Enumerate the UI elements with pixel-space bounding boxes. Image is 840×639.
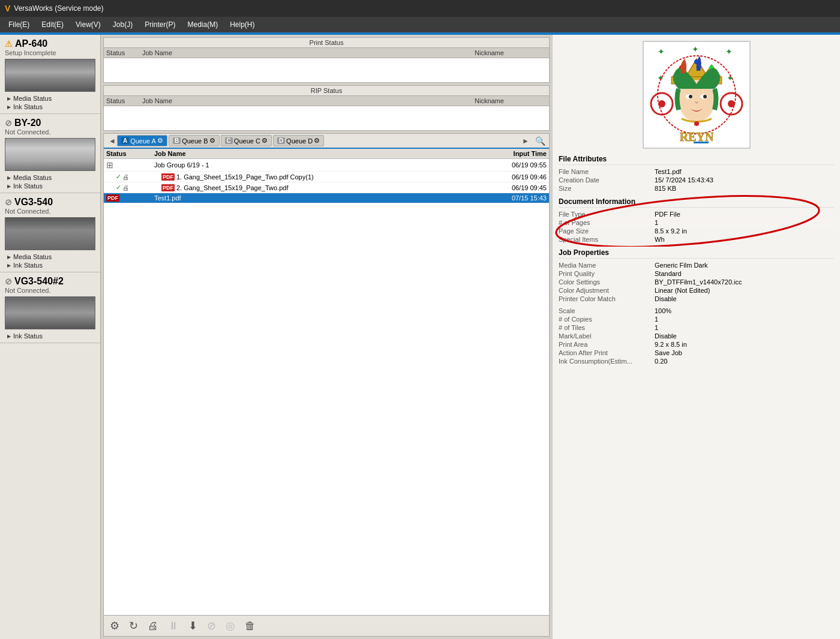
refresh-button[interactable]: ↻: [127, 618, 140, 634]
queue-tab-c[interactable]: C Queue C ⚙: [221, 135, 272, 146]
print-col-nickname: Nickname: [475, 49, 547, 56]
vg3540-ink-status-link[interactable]: ▶ Ink Status: [5, 261, 95, 269]
table-row[interactable]: ✓ 🖨 PDF 2. Gang_Sheet_15x19_Page_Two.pdf…: [104, 182, 549, 193]
pdf-icon: PDF: [106, 194, 119, 202]
stop-button[interactable]: ⊘: [205, 618, 218, 634]
vg3540-media-status-link[interactable]: ▶ Media Status: [5, 253, 95, 261]
action-after-print-value: Save Job: [655, 349, 682, 356]
menu-help[interactable]: Help(H): [224, 19, 260, 30]
job-time-1: 06/19 09:46: [481, 173, 547, 181]
printer-vg3540-status: Not Connected.: [5, 208, 95, 215]
pdf-icon: PDF: [161, 173, 175, 181]
document-info-section: Document Information File Type PDF File …: [559, 197, 834, 244]
menu-file[interactable]: File(E): [2, 19, 35, 30]
search-icon[interactable]: 🔍: [535, 136, 545, 146]
pages-label: # of Pages: [559, 219, 655, 226]
queue-prev-arrow[interactable]: ◄: [107, 137, 117, 145]
table-row[interactable]: ⊞ Job Group 6/19 - 1 06/19 09:55: [104, 159, 549, 172]
job-time-group: 06/19 09:55: [481, 161, 547, 169]
menu-printer[interactable]: Printer(P): [139, 19, 181, 30]
printer-color-match-label: Printer Color Match: [559, 295, 655, 302]
printer-by20-name: ⊘ BY-20: [5, 118, 95, 128]
app-logo: V: [5, 4, 10, 13]
preview-container: ✦ ✦ ✦ ✦ ✦: [559, 41, 834, 149]
titlebar: V VersaWorks (Service mode): [0, 0, 840, 17]
menu-media[interactable]: Media(M): [182, 19, 224, 30]
by20-ink-status-link[interactable]: ▶ Ink Status: [5, 182, 95, 190]
queue-tabs: A Queue A ⚙ B Queue B ⚙ C Queue C ⚙: [117, 135, 521, 146]
hold-button[interactable]: ⏸: [166, 619, 181, 634]
printer-by20-thumb: [5, 138, 95, 171]
warning-icon: ⚠: [5, 39, 13, 49]
mark-label-value: Disable: [655, 332, 677, 340]
job-properties-title: Job Properties: [559, 248, 834, 259]
table-row[interactable]: ✓ 🖨 PDF 1. Gang_Sheet_15x19_Page_Two.pdf…: [104, 172, 549, 182]
settings-button[interactable]: ⚙: [107, 618, 122, 634]
delete-button[interactable]: 🗑: [242, 619, 258, 634]
scale-label: Scale: [559, 307, 655, 314]
queue-next-arrow[interactable]: ►: [521, 137, 530, 145]
printer-ap640-thumb: [5, 59, 95, 92]
ap640-media-status-link[interactable]: ▶ Media Status: [5, 94, 95, 103]
document-info-title: Document Information: [559, 197, 834, 208]
svg-point-8: [658, 100, 665, 107]
job-col-time: Input Time: [481, 150, 547, 157]
queue-tab-a[interactable]: A Queue A ⚙: [117, 135, 167, 146]
job-time-2: 06/19 09:45: [481, 184, 547, 191]
svg-text:REYN: REYN: [679, 130, 713, 143]
file-type-row: File Type PDF File: [559, 210, 834, 218]
copies-row: # of Copies 1: [559, 315, 834, 323]
print-quality-label: Print Quality: [559, 270, 655, 277]
print-area-label: Print Area: [559, 341, 655, 348]
job-status-1: ✓ 🖨: [106, 173, 154, 181]
queue-c-gear[interactable]: ⚙: [262, 137, 268, 145]
ink-consumption-row: Ink Consumption(Estim... 0.20: [559, 357, 834, 365]
print-status-columns: Status Job Name Nickname: [104, 48, 549, 58]
color-settings-row: Color Settings BY_DTFFilm1_v1440x720.icc: [559, 278, 834, 286]
table-row[interactable]: PDF Test1.pdf 07/15 15:43: [104, 193, 549, 203]
menu-edit[interactable]: Edit(E): [35, 19, 70, 30]
job-col-jobname: Job Name: [154, 150, 481, 157]
ap640-ink-status-link[interactable]: ▶ Ink Status: [5, 103, 95, 111]
preview-image: ✦ ✦ ✦ ✦ ✦: [649, 44, 745, 146]
vg3540-2-ink-status-link[interactable]: ▶ Ink Status: [5, 332, 95, 340]
menu-view[interactable]: View(V): [70, 19, 107, 30]
spin-button[interactable]: ◎: [223, 618, 238, 634]
printer-vg3540-name: ⊘ VG3-540: [5, 197, 95, 208]
menu-job[interactable]: Job(J): [107, 19, 139, 30]
triangle-icon: ▶: [7, 104, 11, 110]
printer-ap640-status: Setup Incomplete: [5, 49, 95, 56]
printer-ap640: ⚠ AP-640 Setup Incomplete ▶ Media Status…: [0, 35, 100, 114]
queue-tab-d[interactable]: D Queue D ⚙: [273, 135, 324, 146]
job-name-group: Job Group 6/19 - 1: [154, 161, 481, 169]
ink-consumption-label: Ink Consumption(Estim...: [559, 358, 655, 365]
queue-b-gear[interactable]: ⚙: [209, 137, 215, 145]
creation-date-value: 15/ 7/2024 15:43:43: [655, 176, 713, 184]
special-items-row: Special Items Wh: [559, 235, 834, 244]
color-adjustment-row: Color Adjustment Linear (Not Edited): [559, 286, 834, 295]
print-icon: 🖨: [122, 184, 129, 191]
by20-media-status-link[interactable]: ▶ Media Status: [5, 173, 95, 182]
file-attributes-title: File Attributes: [559, 155, 834, 165]
print-quality-value: Standard: [655, 270, 682, 277]
svg-point-19: [703, 95, 707, 98]
queue-tab-b[interactable]: B Queue B ⚙: [169, 135, 220, 146]
job-rows: ⊞ Job Group 6/19 - 1 06/19 09:55 ✓ 🖨 PDF: [104, 159, 549, 615]
action-after-print-label: Action After Print: [559, 349, 655, 356]
printer-vg3540-2-thumb: [5, 296, 95, 329]
creation-date-label: Creation Date: [559, 176, 655, 184]
print-button[interactable]: 🖨: [145, 619, 161, 634]
rip-status-panel: RIP Status Status Job Name Nickname: [103, 85, 550, 131]
triangle-icon: ▶: [7, 175, 11, 181]
triangle-icon: ▶: [7, 184, 11, 189]
page-size-row: Page Size 8.5 x 9.2 in: [559, 227, 834, 235]
queue-d-gear[interactable]: ⚙: [314, 137, 320, 145]
queue-a-gear[interactable]: ⚙: [157, 137, 163, 145]
media-name-value: Generic Film Dark: [655, 262, 708, 269]
page-size-label: Page Size: [559, 227, 655, 235]
printer-vg3540: ⊘ VG3-540 Not Connected. ▶ Media Status …: [0, 193, 100, 272]
printer-vg3540-2: ⊘ VG3-540#2 Not Connected. ▶ Ink Status: [0, 272, 100, 343]
download-button[interactable]: ⬇: [186, 618, 200, 634]
rip-status-columns: Status Job Name Nickname: [104, 96, 549, 106]
file-name-row: File Name Test1.pdf: [559, 167, 834, 176]
